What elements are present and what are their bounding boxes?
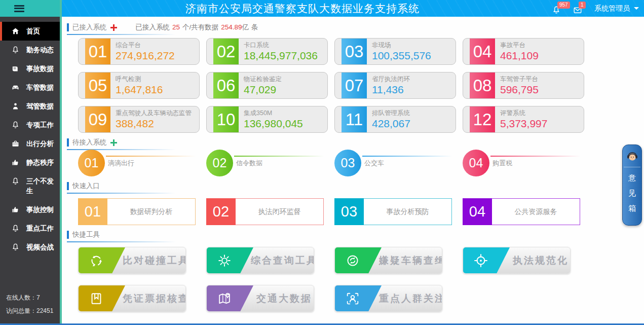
card-title: 事故平台 [500,41,539,49]
chevron-down-icon [634,7,639,10]
card-number: 05 [85,73,110,98]
connected-summary: 已接入系统 25 个/共有数据 254.89 亿 条 [136,23,258,32]
bell-icon [11,121,20,129]
hamburger-icon [14,5,24,12]
user-menu[interactable]: 系统管理员 [594,4,639,13]
section-bar [67,23,69,31]
card-number: 11 [342,106,367,132]
visit-total: 访问总量：22451 [6,304,53,317]
card-title: 物证检验鉴定 [244,75,282,83]
tool-suspect-vehicle-check[interactable]: 嫌疑车辆查缉 [334,247,442,274]
section-underline [67,34,176,35]
pending-label: 信令数据 [234,159,324,168]
pending-item-bus[interactable]: 03 公交车 [334,150,456,177]
notifications-badge: 957 [557,2,570,9]
bell-icon [11,243,20,251]
sidebar-item-key-work[interactable]: 重点工作 [0,219,60,238]
cycle-arrows-icon [345,253,360,268]
system-card-10[interactable]: 10 集成350M 136,980,045 [206,106,328,133]
sidebar-stats: 在线人数：7 访问总量：22451 [6,291,53,317]
card-number: 01 [85,39,110,64]
section-bar [67,231,69,239]
briefcase-icon [11,139,20,148]
feedback-divider [624,167,640,167]
menu-toggle-button[interactable] [0,0,62,17]
sidebar-item-special-work[interactable]: 专项工作 [0,116,60,134]
add-system-icon[interactable] [110,24,117,31]
system-card-07[interactable]: 07 省厅执法闭环 11,436 [334,72,456,99]
sidebar-item-vehicle-data[interactable]: 车管数据 [0,78,60,97]
card-value: 100,355,576 [372,49,431,62]
quick-entry-law-enforcement-loop[interactable]: 02 执法闭环监督 [206,198,324,225]
system-card-12[interactable]: 12 评警系统 5,373,997 [463,106,584,133]
card-title: 综合平台 [116,41,175,49]
quick-number: 02 [206,198,236,225]
pending-line [106,156,196,157]
tool-traffic-big-data[interactable]: 交通大数据 [206,285,314,312]
sidebar-item-travel-analysis[interactable]: 出行分析 [0,134,60,153]
card-title: 呼气检测 [116,75,163,83]
sidebar-item-accident-control[interactable]: 事故控制 [0,200,60,219]
card-number: 12 [470,106,495,132]
system-card-04[interactable]: 04 事故平台 461,109 [463,38,584,65]
card-value: 596,795 [500,83,539,96]
system-card-05[interactable]: 05 呼气检测 1,647,816 [78,72,200,99]
tool-label: 重点人群关注 [383,285,442,311]
tool-key-people-focus[interactable]: 重点人群关注 [334,285,442,312]
messages-badge: 1 [579,2,586,9]
pending-item-signal-data[interactable]: 02 信令数据 [206,150,328,177]
tool-comprehensive-query[interactable]: 综合查询工具 [206,247,314,274]
card-value: 388,482 [116,117,192,130]
sidebar-item-duty-dynamics[interactable]: 勤务动态 [0,41,60,59]
top-bar: 济南市公安局交通警察支队大数据业务支持系统 957 1 系统管理员 [62,0,644,17]
sidebar-item-home[interactable]: 首页 [0,22,60,41]
pending-item-purchase-tax[interactable]: 04 购置税 [463,150,584,177]
main-content: 已接入系统 已接入系统 25 个/共有数据 254.89 亿 条 01 综合平台… [62,17,644,323]
page-title: 济南市公安局交通警察支队大数据业务支持系统 [125,0,480,17]
system-card-06[interactable]: 06 物证检验鉴定 47,029 [206,72,328,99]
sidebar-item-static-order[interactable]: 静态秩序 [0,153,60,172]
quick-entry-data-analysis[interactable]: 01 数据研判分析 [78,198,196,225]
section-bar [67,182,69,190]
card-title: 非现场 [372,41,431,49]
user-name: 系统管理员 [594,4,630,13]
notifications-button[interactable]: 957 [552,4,563,14]
system-card-01[interactable]: 01 综合平台 274,916,272 [78,38,200,65]
recycle-icon [89,253,104,268]
sidebar-item-accident-data[interactable]: 事故数据 [0,59,60,78]
pending-systems-header: 待接入系统 [67,138,117,147]
system-card-08[interactable]: 08 车驾管子平台 596,795 [463,72,584,99]
card-value: 461,109 [500,49,539,62]
bell-icon [11,46,20,54]
card-title: 重点驾驶人及车辆动态监管 [116,109,192,117]
tool-label: 嫌疑车辆查缉 [383,247,442,273]
sidebar-item-video-campaign[interactable]: 视频会战 [0,238,60,257]
quick-entry-accident-prevention[interactable]: 03 事故分析预防 [334,198,452,225]
gear-icon [217,253,232,268]
pending-item-didi[interactable]: 01 滴滴出行 [78,150,200,177]
tool-compare-collision[interactable]: 比对碰撞工具 [78,247,186,274]
messages-button[interactable]: 1 [573,4,584,14]
sidebar-item-driver-data[interactable]: 驾管数据 [0,97,60,116]
quick-entry-public-resources[interactable]: 04 公共资源服务 [463,198,580,225]
feedback-box-button[interactable]: 意见箱 [622,145,642,226]
card-number: 02 [213,39,239,64]
sidebar-item-three-no-occur[interactable]: 三个不发生 [0,172,60,200]
tool-voucher-ticket-check[interactable]: 凭证票据核查 [78,285,186,312]
card-value: 11,436 [372,83,410,96]
system-card-02[interactable]: 02 卡口系统 18,445,977,036 [206,38,328,65]
system-card-09[interactable]: 09 重点驾驶人及车辆动态监管 388,482 [78,106,200,133]
card-number: 03 [342,39,367,64]
car-icon [11,83,20,92]
card-title: 车驾管子平台 [500,75,539,83]
tool-law-standardization[interactable]: 执法规范化 [463,247,571,274]
card-number: 10 [213,106,239,132]
quick-number: 04 [463,198,492,225]
system-card-11[interactable]: 11 排队管理系统 428,067 [334,106,456,133]
system-card-03[interactable]: 03 非现场 100,355,576 [334,38,456,65]
add-pending-system-icon[interactable] [110,139,117,146]
tool-label: 执法规范化 [511,247,570,273]
pending-number: 04 [463,150,489,176]
card-number: 09 [85,106,110,132]
card-title: 省厅执法闭环 [372,75,410,83]
